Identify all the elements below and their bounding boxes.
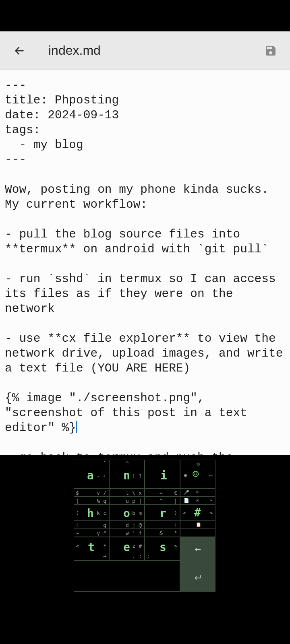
key-amp-row[interactable]: & ° [145,529,180,537]
key-equals-row[interactable]: = € [145,489,180,497]
key-l-row[interactable]: l \ x [109,489,145,497]
back-button[interactable] [8,39,31,62]
key-r[interactable]: r ) [145,505,180,521]
key-dollar-row[interactable]: $ v / [74,489,109,497]
key-bracket-row[interactable]: [ _ g [74,521,109,529]
editor-content-after: - go back to termux and push the updated… [5,451,240,455]
status-bar [0,0,290,31]
key-space[interactable] [74,560,180,592]
redo-icon: ↷ [209,510,213,516]
key-a[interactable]: ` a - + [74,460,109,489]
paste-icon: 📄 [184,498,189,503]
key-mic-row[interactable]: 🎤 ⌨ [180,489,215,497]
key-o[interactable]: o b m [109,505,145,521]
key-tilde-row[interactable]: ~ y " [74,529,109,537]
cut-icon: ✂ [210,498,213,503]
key-clip2-row[interactable]: 📋 [180,521,215,529]
undo-icon: ↶ [183,510,186,516]
key-h[interactable]: ( h k c [74,505,109,521]
mic-icon: 🎤 [184,490,189,495]
clipboard-icon: 📋 [196,522,201,527]
key-d-row[interactable]: d j @ [109,521,145,529]
key-hash[interactable]: ↶ # ↷ [180,505,215,521]
key-empty-row[interactable] [180,529,215,537]
key-emoji-panel[interactable]: ⚙ ⊕ ☺ ⋯ [180,460,215,489]
key-e[interactable]: e z # . : [109,537,145,560]
editor-content-before: --- title: Phposting date: 2024-09-13 ta… [5,78,290,435]
page-title: index.md [31,43,259,58]
key-rbracket-row[interactable]: ] [145,521,180,529]
smile-icon: ☺ [193,468,199,480]
text-cursor [76,421,77,433]
key-s[interactable]: s > ; [145,537,180,560]
backspace-icon: ← [195,543,201,555]
key-clipboard-row[interactable]: 📄 ⎘ ✂ [180,497,215,505]
copy-icon: ⎘ [196,498,199,503]
key-i[interactable]: i [145,460,180,489]
enter-icon: ↵ [195,570,201,582]
app-bar: index.md [0,31,290,70]
key-backspace[interactable]: ← [180,537,215,560]
key-w-row[interactable]: w ' f [109,529,145,537]
key-enter[interactable]: ↵ [180,560,215,592]
key-n[interactable]: ^ n ! ? [109,460,145,489]
key-u-row[interactable]: u p | [109,497,145,505]
globe-icon: ⊕ [184,472,187,479]
tab-icon: ⇥ [103,553,106,559]
key-t[interactable]: < t * ⇥ [74,537,109,560]
key-brace-row[interactable]: { % q [74,497,109,505]
text-editor[interactable]: --- title: Phposting date: 2024-09-13 ta… [0,70,290,455]
save-button[interactable] [259,39,282,62]
keyboard-icon: ⌨ [196,490,199,495]
key-caret-row[interactable]: ^ } [145,497,180,505]
gear-icon: ⚙ [197,461,200,467]
virtual-keyboard: ` a - + ^ n ! ? i ⚙ ⊕ ☺ ⋯ [0,455,290,644]
dots-icon: ⋯ [209,472,213,479]
